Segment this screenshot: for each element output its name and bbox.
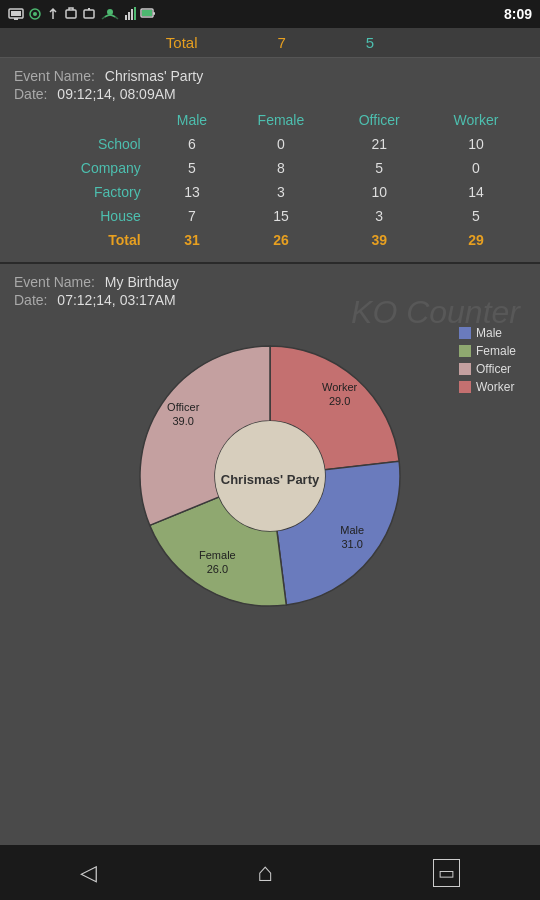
row-label: School	[14, 132, 155, 156]
pie-value-worker: 29.0	[329, 395, 350, 407]
svg-rect-1	[11, 11, 21, 16]
row-worker: 5	[426, 204, 526, 228]
pie-chart: Worker29.0Male31.0Female26.0Officer39.0C…	[110, 316, 430, 636]
legend-item-male: Male	[459, 326, 516, 340]
event2-date-value: 07:12;14, 03:17AM	[57, 292, 175, 308]
event1-card: Event Name: Chrismas' Party Date: 09:12;…	[0, 58, 540, 264]
col-worker: Worker	[426, 108, 526, 132]
svg-rect-6	[84, 10, 94, 18]
event1-header: Event Name: Chrismas' Party Date: 09:12;…	[14, 68, 526, 102]
col-officer: Officer	[333, 108, 426, 132]
svg-rect-5	[66, 10, 76, 18]
svg-rect-15	[153, 12, 155, 15]
total-value2: 5	[366, 34, 374, 51]
row-male: 13	[155, 180, 230, 204]
table-row: House 7 15 3 5	[14, 204, 526, 228]
total-label: Total	[14, 228, 155, 252]
svg-rect-11	[131, 9, 133, 20]
event1-date-line: Date: 09:12;14, 08:09AM	[14, 86, 526, 102]
chart-center-label: Chrismas' Party	[221, 472, 320, 487]
legend-color	[459, 345, 471, 357]
row-female: 15	[229, 204, 332, 228]
chart-container: Worker29.0Male31.0Female26.0Officer39.0C…	[14, 316, 526, 636]
col-empty	[14, 108, 155, 132]
event2-header: Event Name: My Birthday Date: 07:12;14, …	[14, 274, 526, 308]
total-value1: 7	[278, 34, 286, 51]
row-officer: 5	[333, 156, 426, 180]
col-female: Female	[229, 108, 332, 132]
svg-rect-12	[134, 7, 136, 20]
event1-name-line: Event Name: Chrismas' Party	[14, 68, 526, 84]
col-male: Male	[155, 108, 230, 132]
top-total-row: Total 7 5	[0, 28, 540, 58]
svg-rect-9	[125, 15, 127, 20]
legend-label: Worker	[476, 380, 514, 394]
event2-card: Event Name: My Birthday Date: 07:12;14, …	[0, 264, 540, 845]
row-label: House	[14, 204, 155, 228]
total-female: 26	[229, 228, 332, 252]
row-male: 6	[155, 132, 230, 156]
row-female: 3	[229, 180, 332, 204]
pie-label-worker: Worker	[322, 381, 358, 393]
row-officer: 3	[333, 204, 426, 228]
pie-label-male: Male	[340, 524, 364, 536]
svg-rect-14	[142, 10, 152, 16]
row-officer: 10	[333, 180, 426, 204]
event1-date-value: 09:12;14, 08:09AM	[57, 86, 175, 102]
event1-date-label: Date:	[14, 86, 47, 102]
status-time: 8:09	[504, 6, 532, 22]
legend-color	[459, 381, 471, 393]
table-total-row: Total 31 26 39 29	[14, 228, 526, 252]
total-label: Total	[166, 34, 198, 51]
legend-item-worker: Worker	[459, 380, 516, 394]
legend-label: Male	[476, 326, 502, 340]
legend-item-female: Female	[459, 344, 516, 358]
table-row: School 6 0 21 10	[14, 132, 526, 156]
chart-legend: Male Female Officer Worker	[459, 326, 516, 394]
table-row: Company 5 8 5 0	[14, 156, 526, 180]
event2-name-line: Event Name: My Birthday	[14, 274, 526, 290]
svg-rect-10	[128, 12, 130, 20]
row-worker: 10	[426, 132, 526, 156]
nav-bar: ◁ ⌂ ▭	[0, 845, 540, 900]
row-label: Company	[14, 156, 155, 180]
main-content: Total 7 5 Event Name: Chrismas' Party Da…	[0, 28, 540, 845]
row-officer: 21	[333, 132, 426, 156]
recent-button[interactable]: ▭	[433, 859, 460, 887]
back-button[interactable]: ◁	[80, 860, 97, 886]
pie-label-female: Female	[199, 549, 236, 561]
total-worker: 29	[426, 228, 526, 252]
total-male: 31	[155, 228, 230, 252]
event1-name-value: Chrismas' Party	[105, 68, 203, 84]
row-male: 7	[155, 204, 230, 228]
row-male: 5	[155, 156, 230, 180]
table-row: Factory 13 3 10 14	[14, 180, 526, 204]
row-worker: 0	[426, 156, 526, 180]
legend-label: Officer	[476, 362, 511, 376]
legend-color	[459, 327, 471, 339]
legend-color	[459, 363, 471, 375]
pie-label-officer: Officer	[167, 401, 200, 413]
event1-table: Male Female Officer Worker School 6 0 21…	[14, 108, 526, 252]
pie-value-female: 26.0	[207, 563, 228, 575]
svg-rect-2	[14, 18, 18, 20]
event2-date-line: Date: 07:12;14, 03:17AM	[14, 292, 526, 308]
row-female: 8	[229, 156, 332, 180]
status-icons	[8, 7, 156, 21]
event2-name-value: My Birthday	[105, 274, 179, 290]
pie-value-officer: 39.0	[172, 415, 193, 427]
home-button[interactable]: ⌂	[257, 857, 273, 888]
event1-name-label: Event Name:	[14, 68, 95, 84]
svg-point-4	[33, 12, 37, 16]
table-header-row: Male Female Officer Worker	[14, 108, 526, 132]
legend-item-officer: Officer	[459, 362, 516, 376]
row-female: 0	[229, 132, 332, 156]
event2-name-label: Event Name:	[14, 274, 95, 290]
row-worker: 14	[426, 180, 526, 204]
legend-label: Female	[476, 344, 516, 358]
status-bar: 8:09	[0, 0, 540, 28]
total-officer: 39	[333, 228, 426, 252]
row-label: Factory	[14, 180, 155, 204]
svg-point-8	[107, 9, 113, 15]
event2-date-label: Date:	[14, 292, 47, 308]
